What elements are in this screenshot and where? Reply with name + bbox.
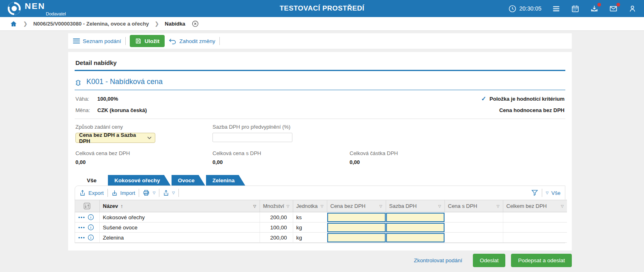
header-jednotka[interactable]: Jednotka▽ xyxy=(293,200,327,212)
toolbar-divider xyxy=(125,37,126,45)
items-table: Název↑ ▽ Množství▽ Jednotka▽ Cena bez DP… xyxy=(75,200,567,243)
send-button[interactable]: Odeslat xyxy=(473,254,506,267)
header-celkem-bez-dph[interactable]: Celkem bez DPH▽ xyxy=(503,200,567,212)
column-settings-icon xyxy=(84,203,90,209)
grid-toolbar-divider xyxy=(159,189,159,197)
hamburger-icon xyxy=(552,4,560,13)
filter-icon[interactable]: ▽ xyxy=(287,204,290,208)
cell-total-no-vat xyxy=(503,212,567,222)
cell-quantity: 100,00 xyxy=(260,222,293,233)
print-button[interactable]: ▽ xyxy=(143,190,155,196)
filter-button[interactable] xyxy=(531,190,538,196)
submissions-list-button[interactable]: Seznam podání xyxy=(73,38,121,44)
messages-button[interactable] xyxy=(609,4,618,13)
chevron-down-icon xyxy=(147,136,152,139)
currency-value: CZK (koruna česká) xyxy=(97,107,147,113)
items-grid: Export Import ▽ xyxy=(75,186,565,243)
share-button[interactable]: ▽ xyxy=(163,190,175,196)
export-button[interactable]: Export xyxy=(79,190,104,196)
info-icon[interactable] xyxy=(88,214,94,220)
downloads-button[interactable] xyxy=(590,4,599,13)
home-button[interactable] xyxy=(10,20,17,28)
filter-icon[interactable]: ▽ xyxy=(438,204,441,208)
header-mnozstvi[interactable]: Množství▽ xyxy=(260,200,293,212)
cell-name: Kokosové ořechy xyxy=(99,212,260,222)
vat-rate-input[interactable] xyxy=(386,223,444,232)
filter-icon[interactable]: ▽ xyxy=(321,204,324,208)
discard-changes-button[interactable]: Zahodit změny xyxy=(169,38,215,44)
printer-icon xyxy=(143,190,150,196)
print-dropdown-icon: ▽ xyxy=(152,191,155,195)
close-tab-button[interactable] xyxy=(192,20,199,27)
tab-vse[interactable]: Vše xyxy=(80,175,107,186)
breadcrumb-separator: ❯ xyxy=(23,21,28,27)
vat-prefill-input[interactable] xyxy=(213,133,292,142)
filter-icon[interactable]: ▽ xyxy=(253,204,256,208)
weight-row: Váha: 100,00% ✓ Položka je hodnotící kri… xyxy=(75,95,565,102)
action-toolbar: Seznam podání Uložit Zahodit změny xyxy=(68,33,572,49)
calendar-button[interactable] xyxy=(571,4,580,13)
tab-ovoce[interactable]: Ovoce xyxy=(172,175,205,186)
save-icon xyxy=(135,38,142,44)
header-sazba-dph[interactable]: Sazba DPH▽ xyxy=(386,200,444,212)
vat-rate-input[interactable] xyxy=(386,213,444,222)
share-icon xyxy=(163,190,169,196)
header-cena-s-dph-label: Cena s DPH xyxy=(448,203,477,209)
tab-kokosove-orechy[interactable]: Kokosové ořechy xyxy=(108,175,171,186)
breadcrumb-separator: ❯ xyxy=(155,21,159,27)
cell-price-with-vat xyxy=(444,233,503,243)
toolbar-divider xyxy=(219,37,220,45)
save-button[interactable]: Uložit xyxy=(130,35,165,47)
grid-toolbar-divider xyxy=(542,189,542,197)
breadcrumb-procurement[interactable]: N006/25/V00003080 - Zelenina, ovoce a oř… xyxy=(33,21,149,27)
funnel-icon xyxy=(531,190,538,196)
profile-button[interactable] xyxy=(628,4,637,13)
header-cena-bez-dph-label: Cena bez DPH xyxy=(331,203,366,209)
filter-icon[interactable]: ▽ xyxy=(380,204,382,208)
row-actions-icon[interactable] xyxy=(78,237,85,239)
currency-row: Měna: CZK (koruna česká) Cena hodnocena … xyxy=(75,107,565,113)
price-mode-select[interactable]: Cena bez DPH a Sazba DPH xyxy=(75,133,155,143)
total-with-vat-label: Celková cena s DPH xyxy=(213,150,350,156)
page-title: Detail nabídky xyxy=(75,58,565,71)
vat-rate-input[interactable] xyxy=(386,233,444,242)
header-cena-bez-dph[interactable]: Cena bez DPH▽ xyxy=(327,200,386,212)
cell-name: Zelenina xyxy=(99,233,260,243)
filter-icon[interactable]: ▽ xyxy=(561,204,564,208)
row-actions-icon[interactable] xyxy=(78,216,85,218)
info-icon[interactable] xyxy=(88,234,94,241)
header-nazev[interactable]: Název↑ ▽ xyxy=(99,200,260,212)
sign-and-send-button[interactable]: Podepsat a odeslat xyxy=(511,254,572,267)
column-settings-header[interactable] xyxy=(75,200,99,212)
check-submission-button[interactable]: Zkontrolovat podání xyxy=(414,257,462,263)
import-button[interactable]: Import xyxy=(112,190,135,196)
info-icon[interactable] xyxy=(88,224,94,231)
breadcrumb: ❯ N006/25/V00003080 - Zelenina, ovoce a … xyxy=(0,17,644,31)
nen-logo[interactable]: NEN Dodavatel xyxy=(7,1,66,16)
check-icon: ✓ xyxy=(481,95,487,102)
menu-button[interactable] xyxy=(552,4,560,13)
header-cena-s-dph[interactable]: Cena s DPH▽ xyxy=(444,200,503,212)
criterion-flag-label: Položka je hodnotící kritérium xyxy=(489,96,565,102)
cell-total-no-vat xyxy=(503,222,567,233)
cell-quantity: 200,00 xyxy=(260,233,293,243)
close-icon xyxy=(192,20,199,27)
header-sazba-dph-label: Sazba DPH xyxy=(389,203,417,209)
filter-icon[interactable]: ▽ xyxy=(497,204,500,208)
clock-time: 20:30:05 xyxy=(519,5,542,12)
total-with-vat-value: 0,00 xyxy=(213,159,350,165)
sort-asc-icon: ↑ xyxy=(120,203,123,209)
filter-preset-button[interactable]: ▽ Vše xyxy=(546,190,560,196)
price-no-vat-input[interactable] xyxy=(327,213,386,222)
totals-row: Celková cena bez DPH 0,00 Celková cena s… xyxy=(75,150,565,165)
discard-changes-label: Zahodit změny xyxy=(179,38,215,44)
total-no-vat-label: Celková cena bez DPH xyxy=(75,150,213,156)
price-no-vat-input[interactable] xyxy=(327,233,386,242)
breadcrumb-current: Nabídka xyxy=(165,21,185,27)
cell-price-with-vat xyxy=(444,212,503,222)
list-icon xyxy=(73,38,80,44)
row-actions-icon[interactable] xyxy=(78,227,85,229)
header-jednotka-label: Jednotka xyxy=(296,203,318,209)
tab-zelenina[interactable]: Zelenina xyxy=(206,175,245,186)
price-no-vat-input[interactable] xyxy=(327,223,386,232)
